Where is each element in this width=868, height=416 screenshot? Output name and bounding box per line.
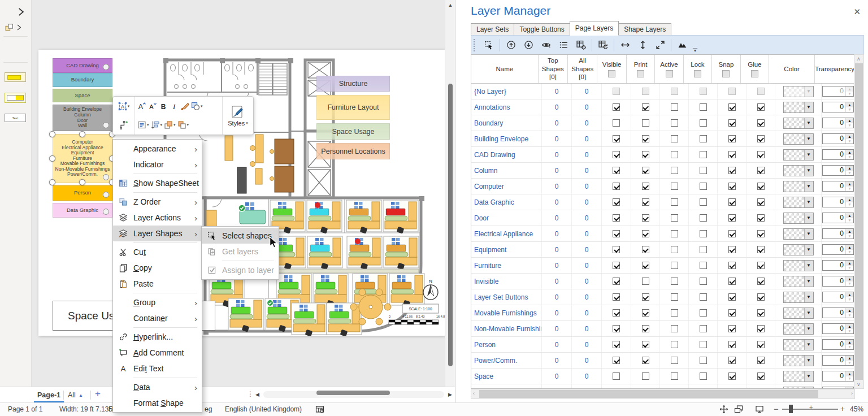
selection-handle[interactable] xyxy=(49,155,55,162)
scroll-up-icon[interactable]: ▲ xyxy=(445,2,455,8)
layer-name-link[interactable]: Building Envelope xyxy=(471,131,542,146)
spinner-up-icon[interactable]: ▲ xyxy=(846,245,853,250)
snap-checkbox[interactable] xyxy=(728,372,736,380)
active-checkbox[interactable] xyxy=(671,278,678,285)
font-decrease-button[interactable]: A xyxy=(148,102,157,111)
panel-scroll-down-icon[interactable]: ∨ xyxy=(857,382,861,387)
layer-name-link[interactable]: Movable Furnishings xyxy=(471,305,542,320)
format-painter-button[interactable] xyxy=(180,102,189,111)
snap-checkbox[interactable] xyxy=(728,246,736,253)
active-checkbox[interactable] xyxy=(671,103,678,111)
transparency-spinner[interactable]: 0 ▲ ▼ xyxy=(822,149,854,160)
spinner-up-icon[interactable]: ▲ xyxy=(846,371,853,376)
glue-checkbox[interactable] xyxy=(757,372,765,380)
drawing-canvas[interactable]: N SCALE: 1:10004 11.068 2.4316 4.85 CAD … xyxy=(32,0,445,387)
panel-scroll-left-icon[interactable]: ‹ xyxy=(473,391,475,396)
panel-horizontal-scrollbar[interactable]: ‹ › xyxy=(471,389,855,399)
menu-item-format-shape[interactable]: Format Shape xyxy=(113,395,202,411)
spinner-up-icon[interactable]: ▲ xyxy=(846,261,853,266)
presentation-mode-icon[interactable] xyxy=(755,405,764,414)
export-up-button[interactable] xyxy=(504,38,518,52)
color-dropdown-arrow-icon[interactable]: ▼ xyxy=(805,371,813,382)
transparency-spinner[interactable]: 0 ▲ ▼ xyxy=(822,213,854,223)
panel-scroll-up-icon[interactable]: ∧ xyxy=(857,56,861,62)
layer-toggle-space[interactable]: Space xyxy=(53,89,112,102)
lock-checkbox[interactable] xyxy=(700,293,707,301)
spinner-up-icon[interactable]: ▲ xyxy=(846,387,853,388)
spinner-up-icon[interactable]: ▲ xyxy=(846,229,853,234)
transparency-spinner[interactable]: 0 ▲ ▼ xyxy=(822,260,854,271)
lock-checkbox[interactable] xyxy=(700,198,707,206)
visible-checkbox[interactable] xyxy=(613,341,620,348)
spinner-up-icon[interactable]: ▲ xyxy=(846,166,853,171)
menu-item-appearance[interactable]: Appearance › xyxy=(113,141,202,157)
lock-checkbox[interactable] xyxy=(700,103,707,111)
add-page-button[interactable]: + xyxy=(95,388,101,400)
active-checkbox[interactable] xyxy=(671,119,678,127)
spinner-up-icon[interactable]: ▲ xyxy=(846,150,853,155)
layer-color-dropdown[interactable]: ▼ xyxy=(783,276,814,287)
transparency-spinner[interactable]: 0 ▲ ▼ xyxy=(822,165,854,176)
layer-name-link[interactable]: Equipment xyxy=(471,242,542,257)
menu-item-copy[interactable]: Copy xyxy=(113,260,202,276)
glue-checkbox[interactable] xyxy=(757,167,765,174)
menu-item-select-shapes[interactable]: Select shapes xyxy=(202,228,279,244)
color-dropdown-arrow-icon[interactable]: ▼ xyxy=(805,134,813,144)
print-checkbox[interactable] xyxy=(642,246,649,253)
scroll-left-icon[interactable]: ◀ xyxy=(255,392,259,397)
table-refresh-button[interactable] xyxy=(596,38,610,52)
visible-checkbox[interactable] xyxy=(613,278,620,285)
spinner-down-icon[interactable]: ▼ xyxy=(846,361,853,366)
panel-tab-page-layers[interactable]: Page Layers xyxy=(570,21,619,36)
pan-icon[interactable] xyxy=(719,405,728,414)
text-block-button[interactable]: A▾ xyxy=(118,102,130,111)
active-checkbox[interactable] xyxy=(671,230,678,237)
spinner-down-icon[interactable]: ▼ xyxy=(846,345,853,350)
align-shapes-button[interactable]: ▾ xyxy=(151,120,163,129)
glue-checkbox[interactable] xyxy=(757,119,765,127)
active-checkbox[interactable] xyxy=(671,167,678,174)
visible-checkbox[interactable] xyxy=(613,183,620,190)
transparency-spinner[interactable]: 0 ▲ ▼ xyxy=(822,181,854,192)
active-checkbox[interactable] xyxy=(671,135,678,142)
lock-checkbox[interactable] xyxy=(700,183,707,190)
active-checkbox[interactable] xyxy=(671,357,678,364)
print-checkbox[interactable] xyxy=(642,183,649,190)
spinner-up-icon[interactable]: ▲ xyxy=(846,356,853,361)
snap-checkbox[interactable] xyxy=(728,325,736,332)
print-checkbox[interactable] xyxy=(642,309,649,317)
color-dropdown-arrow-icon[interactable]: ▼ xyxy=(805,356,813,366)
lock-checkbox[interactable] xyxy=(700,135,707,142)
layer-toggle-person[interactable]: Person xyxy=(53,185,112,201)
glue-checkbox[interactable] xyxy=(757,341,765,348)
color-dropdown-arrow-icon[interactable]: ▼ xyxy=(805,166,813,176)
active-checkbox[interactable] xyxy=(671,309,678,317)
lock-checkbox[interactable] xyxy=(700,309,707,317)
visible-checkbox[interactable] xyxy=(613,103,620,111)
spinner-down-icon[interactable]: ▼ xyxy=(846,281,853,287)
snap-checkbox[interactable] xyxy=(728,357,736,364)
fit-page-button[interactable] xyxy=(653,38,667,52)
transparency-spinner[interactable]: 0 ▲ ▼ xyxy=(822,197,854,207)
active-checkbox[interactable] xyxy=(671,372,678,380)
print-all-checkbox[interactable] xyxy=(637,70,644,77)
fit-width-button[interactable] xyxy=(618,38,632,52)
layer-name-link[interactable]: Annotations xyxy=(471,99,542,115)
language-status[interactable]: English (United Kingdom) xyxy=(225,405,302,413)
close-icon[interactable]: ✕ xyxy=(853,7,861,17)
color-dropdown-arrow-icon[interactable]: ▼ xyxy=(805,181,813,192)
snap-checkbox[interactable] xyxy=(728,103,736,111)
menu-item-layer-shapes[interactable]: Layer Shapes › xyxy=(113,226,202,241)
snap-checkbox[interactable] xyxy=(728,198,736,206)
color-dropdown-arrow-icon[interactable]: ▼ xyxy=(805,387,813,389)
print-checkbox[interactable] xyxy=(642,103,649,111)
spinner-up-icon[interactable]: ▲ xyxy=(846,213,853,218)
switch-windows-icon[interactable] xyxy=(734,405,743,414)
toolbar-overflow-icon[interactable]: —▾ xyxy=(693,47,697,53)
print-checkbox[interactable] xyxy=(642,151,649,158)
spinner-down-icon[interactable]: ▼ xyxy=(846,123,853,128)
layer-name-link[interactable]: Electrical Appliance xyxy=(471,226,542,241)
active-checkbox[interactable] xyxy=(671,151,678,158)
visibility-button[interactable] xyxy=(539,38,553,52)
visible-checkbox[interactable] xyxy=(613,167,620,174)
